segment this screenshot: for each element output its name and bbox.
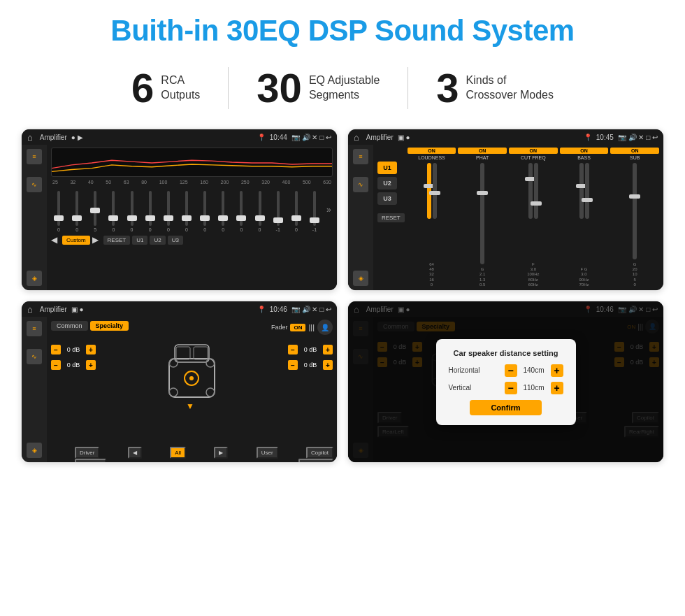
btn-copilot[interactable]: Copilot [306, 447, 333, 459]
vol-row-3: − 0 dB + [288, 345, 333, 354]
dialog-vertical-plus[interactable]: + [551, 382, 563, 394]
band-cutfreq: ON CUT FREQ F3.0100Hz80Hz60Hz [509, 148, 558, 287]
band-phat-on[interactable]: ON [458, 148, 507, 154]
svg-point-8 [169, 388, 178, 396]
eq-nav-icon: 📍 [257, 134, 266, 141]
amp-sidebar-speaker-icon[interactable]: ◈ [353, 271, 368, 286]
amp-reset-btn-preset[interactable]: RESET [377, 213, 405, 222]
speaker-main-content: Common Specialty Fader ON ||| 👤 [47, 317, 337, 462]
freq-32: 32 [70, 180, 75, 185]
eq-screen-body: ≡ ∿ ◈ [22, 145, 337, 290]
vol-minus-3[interactable]: − [288, 345, 298, 354]
dialog-overlay: Car speaker distance setting Horizontal … [348, 301, 663, 462]
slider-80: 0 [144, 191, 157, 232]
btn-all[interactable]: All [170, 447, 186, 459]
amp-u1-preset[interactable]: U1 [377, 162, 397, 174]
person-icon: 👤 [317, 320, 333, 335]
band-loudness-slider2[interactable] [433, 163, 437, 219]
speaker-status-icons: ▣ ● [71, 306, 84, 313]
slider-630: -1 [308, 191, 321, 232]
band-bass-on[interactable]: ON [560, 148, 609, 154]
dialog-horizontal-plus[interactable]: + [551, 364, 563, 377]
more-sliders-icon: » [326, 205, 331, 215]
amp-u3-preset[interactable]: U3 [377, 192, 397, 205]
freq-50: 50 [106, 180, 111, 185]
freq-500: 500 [303, 180, 311, 185]
band-phat-slider[interactable] [480, 163, 484, 264]
vol-plus-1[interactable]: + [86, 345, 96, 354]
dialog-vertical-value: 110cm [520, 384, 548, 392]
vol-val-4: 0 dB [301, 361, 320, 368]
screens-grid: ⌂ Amplifier ● ▶ 📍 10:44 📷 🔊 ✕ □ ↩ ≡ ∿ ◈ [21, 129, 664, 463]
band-sub-label: SUB [630, 155, 640, 160]
band-cutfreq-slider1[interactable] [528, 163, 533, 219]
freq-320: 320 [261, 180, 270, 185]
band-cutfreq-label: CUT FREQ [521, 155, 546, 160]
slider-320: 0 [254, 191, 266, 232]
eq-u2-btn[interactable]: U2 [150, 236, 165, 245]
dialog-vertical-row: Vertical − 110cm + [449, 382, 563, 394]
tab-specialty[interactable]: Specialty [90, 321, 129, 331]
speaker-screen-card: ⌂ Amplifier ▣ ● 📍 10:46 📷 🔊 ✕ □ ↩ ≡ ∿ ◈ [21, 301, 338, 463]
stat-eq: 30 EQ AdjustableSegments [229, 68, 408, 108]
vol-plus-2[interactable]: + [86, 360, 96, 370]
tab-common[interactable]: Common [51, 321, 88, 331]
band-sub-on[interactable]: ON [610, 148, 659, 154]
vol-plus-3[interactable]: + [323, 345, 333, 354]
btn-rearright[interactable]: RearRight [298, 459, 333, 462]
btn-left-arrow[interactable]: ◀ [128, 447, 142, 459]
band-bass-slider2[interactable] [585, 163, 589, 219]
vol-minus-4[interactable]: − [288, 360, 298, 370]
dialog-horizontal-label: Horizontal [449, 366, 480, 374]
vol-minus-1[interactable]: − [51, 345, 61, 354]
amp-sidebar-wave-icon[interactable]: ∿ [353, 177, 368, 192]
band-cutfreq-on[interactable]: ON [509, 148, 558, 154]
vol-row-1: − 0 dB + [51, 345, 96, 354]
slider-200: 0 [217, 191, 229, 232]
eq-sliders-row: 0 0 5 0 [51, 187, 333, 232]
eq-prev-arrow[interactable]: ◀ [51, 235, 57, 245]
vol-val-2: 0 dB [64, 361, 83, 368]
btn-rearleft[interactable]: RearLeft [75, 459, 106, 462]
band-sub-slider[interactable] [633, 163, 637, 259]
eq-sidebar-eq-icon[interactable]: ≡ [27, 149, 42, 164]
speaker-sidebar-wave-icon[interactable]: ∿ [27, 349, 42, 364]
band-cutfreq-slider2[interactable] [534, 163, 538, 219]
stats-row: 6 RCAOutputs 30 EQ AdjustableSegments 3 … [21, 67, 664, 109]
eq-u3-btn[interactable]: U3 [168, 236, 183, 245]
dialog-vertical-minus[interactable]: − [505, 382, 517, 394]
dialog-horizontal-row: Horizontal − 140cm + [449, 364, 563, 377]
eq-custom-preset[interactable]: Custom [62, 236, 90, 245]
amp-sidebar-eq-icon[interactable]: ≡ [353, 149, 368, 164]
eq-sidebar-wave-icon[interactable]: ∿ [27, 177, 42, 192]
vol-minus-2[interactable]: − [51, 360, 61, 370]
slider-160: 0 [199, 191, 211, 232]
freq-200: 200 [221, 180, 229, 185]
amp-presets-col: U1 U2 U3 RESET [377, 148, 405, 287]
speaker-sidebar-eq-icon[interactable]: ≡ [27, 321, 42, 336]
band-bass-slider1[interactable] [579, 163, 584, 219]
amp-main-content: U1 U2 U3 RESET ON LOUDNESS [373, 145, 663, 290]
speaker-sidebar-speaker-icon[interactable]: ◈ [27, 443, 42, 458]
btn-right-arrow[interactable]: ▶ [214, 447, 228, 459]
dialog-box: Car speaker distance setting Horizontal … [436, 339, 576, 425]
eq-next-arrow[interactable]: ▶ [92, 235, 99, 245]
btn-driver[interactable]: Driver [75, 447, 99, 459]
vol-val-1: 0 dB [64, 346, 83, 353]
dialog-horizontal-minus[interactable]: − [505, 364, 517, 377]
band-bass-vals: F G3.090Hz70Hz [579, 267, 589, 287]
amp-u2-preset[interactable]: U2 [377, 177, 397, 189]
band-loudness-on[interactable]: ON [408, 148, 456, 154]
btn-user[interactable]: User [257, 447, 278, 459]
fader-on-badge[interactable]: ON [290, 324, 305, 331]
confirm-button[interactable]: Confirm [470, 400, 541, 415]
eq-reset-btn[interactable]: RESET [103, 236, 131, 245]
speaker-app-name: Amplifier [40, 306, 67, 313]
vol-plus-4[interactable]: + [323, 360, 333, 370]
eq-sidebar-speaker-icon[interactable]: ◈ [27, 271, 42, 286]
svg-rect-3 [194, 347, 208, 359]
eq-u1-btn[interactable]: U1 [132, 236, 147, 245]
stat-eq-label: EQ AdjustableSegments [309, 73, 380, 103]
freq-63: 63 [124, 180, 129, 185]
slider-250: 0 [235, 191, 247, 232]
